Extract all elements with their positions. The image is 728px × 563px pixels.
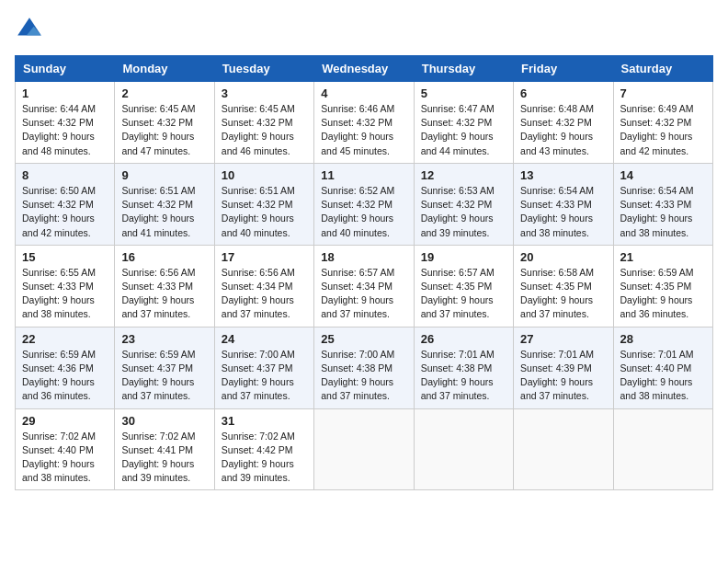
calendar-cell: 27Sunrise: 7:01 AMSunset: 4:39 PMDayligh… xyxy=(514,327,613,408)
calendar-cell: 9Sunrise: 6:51 AMSunset: 4:32 PMDaylight… xyxy=(115,163,214,245)
day-info: Sunrise: 6:45 AMSunset: 4:32 PMDaylight:… xyxy=(222,102,307,158)
calendar-cell: 26Sunrise: 7:01 AMSunset: 4:38 PMDayligh… xyxy=(414,327,513,408)
day-number: 24 xyxy=(222,332,307,346)
day-info: Sunrise: 7:02 AMSunset: 4:40 PMDaylight:… xyxy=(22,430,108,486)
weekday-header-wednesday: Wednesday xyxy=(314,56,414,82)
calendar-cell: 10Sunrise: 6:51 AMSunset: 4:32 PMDayligh… xyxy=(214,163,313,245)
day-number: 22 xyxy=(22,332,108,346)
day-number: 1 xyxy=(22,86,108,100)
calendar-cell: 30Sunrise: 7:02 AMSunset: 4:41 PMDayligh… xyxy=(115,408,214,490)
day-info: Sunrise: 7:00 AMSunset: 4:38 PMDaylight:… xyxy=(321,348,406,404)
calendar-cell: 25Sunrise: 7:00 AMSunset: 4:38 PMDayligh… xyxy=(314,327,414,408)
weekday-header-monday: Monday xyxy=(115,56,214,82)
day-info: Sunrise: 6:49 AMSunset: 4:32 PMDaylight:… xyxy=(620,102,706,158)
logo-icon xyxy=(15,15,44,44)
day-info: Sunrise: 6:47 AMSunset: 4:32 PMDaylight:… xyxy=(421,102,506,158)
calendar-cell: 14Sunrise: 6:54 AMSunset: 4:33 PMDayligh… xyxy=(613,163,712,245)
day-number: 15 xyxy=(22,250,108,264)
calendar-cell: 21Sunrise: 6:59 AMSunset: 4:35 PMDayligh… xyxy=(613,245,712,327)
calendar-cell: 2Sunrise: 6:45 AMSunset: 4:32 PMDaylight… xyxy=(115,82,214,164)
day-info: Sunrise: 7:02 AMSunset: 4:41 PMDaylight:… xyxy=(121,430,207,486)
day-number: 19 xyxy=(421,250,506,264)
day-number: 2 xyxy=(121,86,207,100)
calendar-cell xyxy=(514,408,613,490)
calendar-cell: 8Sunrise: 6:50 AMSunset: 4:32 PMDaylight… xyxy=(16,163,115,245)
day-info: Sunrise: 7:02 AMSunset: 4:42 PMDaylight:… xyxy=(222,430,307,486)
day-number: 10 xyxy=(222,168,307,182)
calendar-cell: 11Sunrise: 6:52 AMSunset: 4:32 PMDayligh… xyxy=(314,163,414,245)
day-info: Sunrise: 7:01 AMSunset: 4:40 PMDaylight:… xyxy=(620,348,706,404)
calendar-cell xyxy=(613,408,712,490)
day-info: Sunrise: 6:57 AMSunset: 4:34 PMDaylight:… xyxy=(321,266,406,322)
calendar-week-row: 22Sunrise: 6:59 AMSunset: 4:36 PMDayligh… xyxy=(16,327,713,408)
day-info: Sunrise: 6:54 AMSunset: 4:33 PMDaylight:… xyxy=(520,184,606,240)
day-number: 12 xyxy=(421,168,506,182)
calendar-week-row: 15Sunrise: 6:55 AMSunset: 4:33 PMDayligh… xyxy=(16,245,713,327)
day-info: Sunrise: 6:46 AMSunset: 4:32 PMDaylight:… xyxy=(321,102,406,158)
day-number: 21 xyxy=(620,250,706,264)
calendar-cell: 1Sunrise: 6:44 AMSunset: 4:32 PMDaylight… xyxy=(16,82,115,164)
calendar-cell xyxy=(314,408,414,490)
day-info: Sunrise: 6:51 AMSunset: 4:32 PMDaylight:… xyxy=(121,184,207,240)
calendar-cell xyxy=(414,408,513,490)
day-info: Sunrise: 7:00 AMSunset: 4:37 PMDaylight:… xyxy=(222,348,307,404)
calendar-cell: 22Sunrise: 6:59 AMSunset: 4:36 PMDayligh… xyxy=(16,327,115,408)
day-info: Sunrise: 6:53 AMSunset: 4:32 PMDaylight:… xyxy=(421,184,506,240)
day-number: 18 xyxy=(321,250,406,264)
calendar-cell: 3Sunrise: 6:45 AMSunset: 4:32 PMDaylight… xyxy=(214,82,313,164)
day-info: Sunrise: 6:55 AMSunset: 4:33 PMDaylight:… xyxy=(22,266,108,322)
day-number: 4 xyxy=(321,86,406,100)
day-number: 28 xyxy=(620,332,706,346)
weekday-header-thursday: Thursday xyxy=(414,56,513,82)
day-number: 25 xyxy=(321,332,406,346)
day-info: Sunrise: 6:56 AMSunset: 4:33 PMDaylight:… xyxy=(121,266,207,322)
weekday-header-sunday: Sunday xyxy=(16,56,115,82)
day-number: 17 xyxy=(222,250,307,264)
day-info: Sunrise: 6:56 AMSunset: 4:34 PMDaylight:… xyxy=(222,266,307,322)
weekday-header-row: SundayMondayTuesdayWednesdayThursdayFrid… xyxy=(16,56,713,82)
calendar-cell: 5Sunrise: 6:47 AMSunset: 4:32 PMDaylight… xyxy=(414,82,513,164)
calendar-cell: 13Sunrise: 6:54 AMSunset: 4:33 PMDayligh… xyxy=(514,163,613,245)
day-number: 26 xyxy=(421,332,506,346)
day-number: 29 xyxy=(22,414,108,428)
calendar-week-row: 29Sunrise: 7:02 AMSunset: 4:40 PMDayligh… xyxy=(16,408,713,490)
calendar-cell: 29Sunrise: 7:02 AMSunset: 4:40 PMDayligh… xyxy=(16,408,115,490)
day-info: Sunrise: 6:51 AMSunset: 4:32 PMDaylight:… xyxy=(222,184,307,240)
day-info: Sunrise: 6:48 AMSunset: 4:32 PMDaylight:… xyxy=(520,102,606,158)
day-info: Sunrise: 6:54 AMSunset: 4:33 PMDaylight:… xyxy=(620,184,706,240)
calendar-cell: 15Sunrise: 6:55 AMSunset: 4:33 PMDayligh… xyxy=(16,245,115,327)
day-info: Sunrise: 7:01 AMSunset: 4:38 PMDaylight:… xyxy=(421,348,506,404)
day-info: Sunrise: 7:01 AMSunset: 4:39 PMDaylight:… xyxy=(520,348,606,404)
weekday-header-friday: Friday xyxy=(514,56,613,82)
calendar-cell: 20Sunrise: 6:58 AMSunset: 4:35 PMDayligh… xyxy=(514,245,613,327)
calendar-week-row: 1Sunrise: 6:44 AMSunset: 4:32 PMDaylight… xyxy=(16,82,713,164)
calendar-cell: 31Sunrise: 7:02 AMSunset: 4:42 PMDayligh… xyxy=(214,408,313,490)
calendar-cell: 23Sunrise: 6:59 AMSunset: 4:37 PMDayligh… xyxy=(115,327,214,408)
calendar-cell: 19Sunrise: 6:57 AMSunset: 4:35 PMDayligh… xyxy=(414,245,513,327)
calendar-cell: 6Sunrise: 6:48 AMSunset: 4:32 PMDaylight… xyxy=(514,82,613,164)
day-number: 3 xyxy=(222,86,307,100)
calendar-cell: 16Sunrise: 6:56 AMSunset: 4:33 PMDayligh… xyxy=(115,245,214,327)
day-number: 13 xyxy=(520,168,606,182)
day-info: Sunrise: 6:58 AMSunset: 4:35 PMDaylight:… xyxy=(520,266,606,322)
day-number: 5 xyxy=(421,86,506,100)
day-number: 9 xyxy=(121,168,207,182)
day-number: 27 xyxy=(520,332,606,346)
day-number: 23 xyxy=(121,332,207,346)
calendar-cell: 24Sunrise: 7:00 AMSunset: 4:37 PMDayligh… xyxy=(214,327,313,408)
calendar-cell: 4Sunrise: 6:46 AMSunset: 4:32 PMDaylight… xyxy=(314,82,414,164)
weekday-header-tuesday: Tuesday xyxy=(214,56,313,82)
day-info: Sunrise: 6:57 AMSunset: 4:35 PMDaylight:… xyxy=(421,266,506,322)
day-info: Sunrise: 6:52 AMSunset: 4:32 PMDaylight:… xyxy=(321,184,406,240)
day-info: Sunrise: 6:59 AMSunset: 4:35 PMDaylight:… xyxy=(620,266,706,322)
day-number: 31 xyxy=(222,414,307,428)
weekday-header-saturday: Saturday xyxy=(613,56,712,82)
calendar-cell: 18Sunrise: 6:57 AMSunset: 4:34 PMDayligh… xyxy=(314,245,414,327)
day-number: 6 xyxy=(520,86,606,100)
calendar-week-row: 8Sunrise: 6:50 AMSunset: 4:32 PMDaylight… xyxy=(16,163,713,245)
calendar-cell: 7Sunrise: 6:49 AMSunset: 4:32 PMDaylight… xyxy=(613,82,712,164)
day-number: 16 xyxy=(121,250,207,264)
day-info: Sunrise: 6:59 AMSunset: 4:37 PMDaylight:… xyxy=(121,348,207,404)
day-number: 14 xyxy=(620,168,706,182)
day-number: 7 xyxy=(620,86,706,100)
